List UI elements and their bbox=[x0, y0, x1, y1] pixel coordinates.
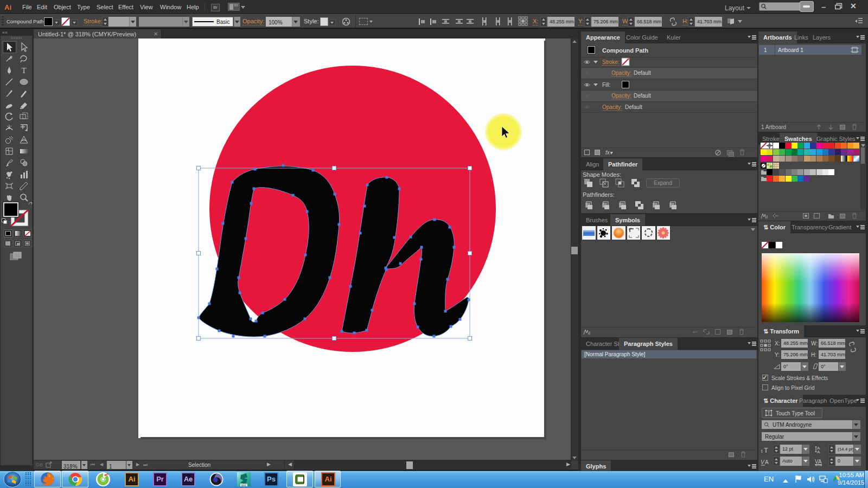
svg-text:A: A bbox=[765, 459, 769, 465]
svg-text:A: A bbox=[817, 450, 820, 454]
svg-text:MAX: MAX bbox=[241, 484, 247, 487]
svg-text:t: t bbox=[761, 448, 763, 454]
svg-text:VA: VA bbox=[815, 459, 822, 465]
svg-text:T: T bbox=[21, 66, 26, 75]
svg-text:T: T bbox=[764, 446, 768, 454]
svg-text:T: T bbox=[767, 410, 770, 416]
svg-text:V: V bbox=[761, 459, 765, 465]
